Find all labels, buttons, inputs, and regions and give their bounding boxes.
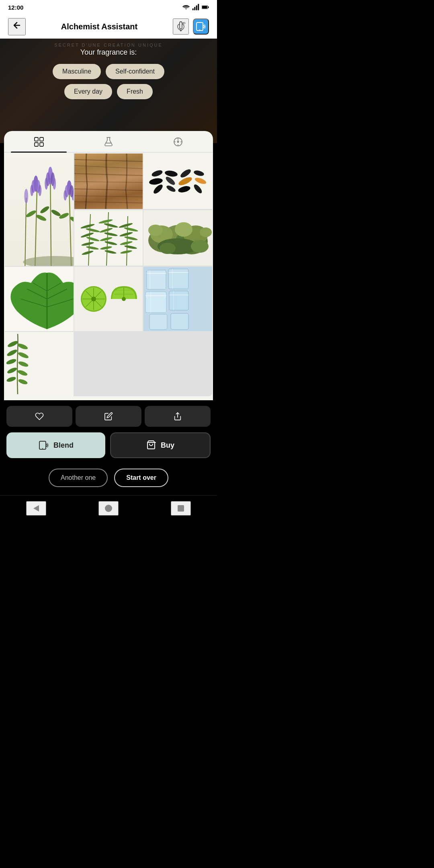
svg-line-42 xyxy=(25,198,27,266)
svg-point-66 xyxy=(104,232,118,237)
nav-home-button[interactable] xyxy=(98,501,119,516)
status-time: 12:00 xyxy=(8,4,23,11)
start-over-label: Start over xyxy=(126,474,156,481)
another-one-label: Another one xyxy=(61,474,96,481)
svg-point-25 xyxy=(35,214,47,222)
ingredient-rosemary xyxy=(74,210,143,266)
bottom-nav-bar xyxy=(0,495,217,521)
top-nav: Alchemist Assistant xyxy=(0,14,217,39)
svg-point-61 xyxy=(81,250,93,256)
svg-point-8 xyxy=(180,30,182,31)
svg-rect-7 xyxy=(180,22,182,29)
svg-point-110 xyxy=(6,348,18,357)
svg-point-115 xyxy=(17,369,28,377)
ingredient-lime xyxy=(74,267,143,331)
svg-point-33 xyxy=(51,209,62,217)
start-over-button[interactable]: Start over xyxy=(114,469,168,487)
svg-rect-5 xyxy=(208,6,209,8)
svg-point-68 xyxy=(104,240,117,246)
svg-point-87 xyxy=(175,222,192,237)
ingredient-geranium xyxy=(5,267,74,331)
svg-rect-13 xyxy=(35,143,38,146)
svg-point-30 xyxy=(45,178,48,190)
svg-rect-0 xyxy=(192,8,194,10)
tablet-audio-button[interactable] xyxy=(193,18,209,35)
svg-rect-106 xyxy=(149,314,167,330)
share-button[interactable] xyxy=(145,406,211,427)
svg-point-64 xyxy=(103,223,118,229)
hero-section: SECRET D'UNE CREATION UNIQUE Your fragra… xyxy=(0,39,217,143)
buy-button[interactable]: Buy xyxy=(110,432,211,458)
status-bar: 12:00 xyxy=(0,0,217,14)
svg-point-46 xyxy=(23,256,74,266)
svg-point-69 xyxy=(100,246,112,250)
svg-rect-2 xyxy=(196,6,197,10)
favorite-button[interactable] xyxy=(6,406,72,427)
svg-point-78 xyxy=(120,250,132,254)
tab-flask[interactable] xyxy=(74,137,143,152)
svg-point-89 xyxy=(191,240,209,253)
tags-row-1: Masculine Self-confident xyxy=(53,64,164,79)
diffuser-icon xyxy=(175,21,186,32)
cta-buttons-row: Blend Buy xyxy=(0,430,217,462)
svg-point-22 xyxy=(31,185,34,196)
svg-rect-14 xyxy=(40,143,43,146)
device-icon-button[interactable] xyxy=(173,18,189,35)
nav-back-button[interactable] xyxy=(26,501,46,516)
blend-button[interactable]: Blend xyxy=(6,432,105,458)
svg-point-114 xyxy=(6,366,18,375)
svg-point-111 xyxy=(17,351,29,360)
back-button[interactable] xyxy=(8,18,26,35)
heart-icon xyxy=(35,412,44,421)
svg-line-34 xyxy=(70,190,72,266)
ingredient-olive xyxy=(5,332,74,396)
svg-marker-122 xyxy=(33,505,39,512)
svg-point-112 xyxy=(6,358,17,365)
svg-line-18 xyxy=(35,186,37,266)
signal-icon xyxy=(192,4,199,11)
svg-line-50 xyxy=(74,182,143,182)
tag-every-day: Every day xyxy=(64,84,112,99)
svg-point-86 xyxy=(200,227,212,237)
ingredient-lavender xyxy=(5,154,74,266)
tag-masculine: Masculine xyxy=(53,64,101,79)
another-one-button[interactable]: Another one xyxy=(49,469,108,487)
svg-rect-11 xyxy=(35,137,38,141)
blend-label: Blend xyxy=(53,441,74,450)
blend-tablet-icon xyxy=(38,440,49,451)
svg-point-101 xyxy=(122,297,126,301)
svg-line-48 xyxy=(74,166,143,169)
svg-rect-107 xyxy=(171,313,188,330)
svg-rect-124 xyxy=(178,505,184,512)
nav-recent-button[interactable] xyxy=(171,501,191,516)
tab-grid[interactable] xyxy=(4,137,74,152)
svg-point-60 xyxy=(86,246,99,250)
svg-point-59 xyxy=(81,242,94,247)
ingredient-wood xyxy=(74,154,143,209)
svg-point-74 xyxy=(119,231,133,237)
ingredient-ice xyxy=(143,267,212,331)
nav-icons xyxy=(173,18,209,35)
flask-icon xyxy=(103,137,114,147)
compass-icon xyxy=(173,137,183,147)
svg-point-31 xyxy=(53,178,56,190)
svg-point-23 xyxy=(39,185,42,196)
svg-rect-12 xyxy=(40,137,43,141)
svg-point-10 xyxy=(199,29,200,30)
buy-label: Buy xyxy=(161,441,174,450)
svg-rect-1 xyxy=(194,7,195,10)
svg-point-32 xyxy=(39,205,50,214)
svg-point-73 xyxy=(123,227,138,232)
svg-rect-3 xyxy=(198,4,199,10)
grid-icon xyxy=(34,137,44,147)
ingredient-seeds xyxy=(143,154,212,209)
action-buttons-row xyxy=(0,400,217,430)
edit-button[interactable] xyxy=(76,406,141,427)
tab-compass[interactable] xyxy=(143,137,213,152)
svg-point-120 xyxy=(42,448,43,449)
svg-point-85 xyxy=(148,225,163,236)
svg-point-99 xyxy=(91,297,96,301)
svg-marker-17 xyxy=(177,139,179,143)
svg-point-123 xyxy=(105,505,112,512)
hero-label: Your fragrance is: xyxy=(80,48,137,57)
